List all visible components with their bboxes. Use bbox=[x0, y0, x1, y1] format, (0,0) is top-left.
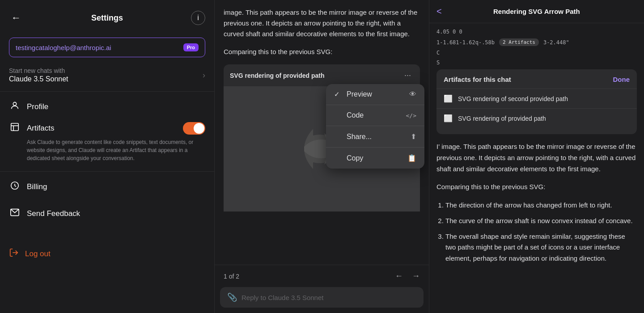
list-item-2: The curve of the arrow shaft is now conv… bbox=[445, 216, 637, 227]
pagination-arrows: ← → bbox=[395, 271, 420, 281]
right-compare-text: Comparing this to the previous SVG: bbox=[436, 182, 637, 193]
done-button[interactable]: Done bbox=[613, 76, 630, 83]
send-feedback-item[interactable]: Send Feedback bbox=[0, 200, 214, 227]
divider bbox=[0, 91, 214, 92]
settings-panel: ← Settings i testingcataloghelp@anthropi… bbox=[0, 0, 215, 313]
chat-intro-text: image. This path appears to be the mirro… bbox=[224, 7, 420, 39]
right-title: Rendering SVG Arrow Path bbox=[447, 8, 626, 15]
share-label: Share... bbox=[347, 133, 372, 141]
paperclip-icon: 📎 bbox=[227, 292, 237, 302]
divider-2 bbox=[0, 171, 214, 172]
chat-scroll: image. This path appears to be the mirro… bbox=[215, 0, 429, 265]
code-snippet-3: C bbox=[436, 50, 637, 56]
dropdown-menu: ✓ Preview 👁 Code </> Share... bbox=[326, 84, 424, 169]
billing-label: Billing bbox=[27, 182, 47, 191]
chat-panel: image. This path appears to be the mirro… bbox=[215, 0, 429, 313]
code-prefix-s: S bbox=[436, 59, 440, 66]
list-item-3: The overall shape and style remain simil… bbox=[445, 231, 637, 264]
artifact-list-item-1[interactable]: ⬜ SVG rendering of second provided path bbox=[436, 89, 637, 108]
code-label: Code bbox=[347, 111, 364, 119]
code-snippet-4: S bbox=[436, 59, 637, 66]
next-arrow-button[interactable]: → bbox=[412, 271, 420, 281]
code-snippet-1: 4.05 0 0 bbox=[436, 29, 637, 35]
dropdown-code-left: Code bbox=[334, 111, 364, 119]
dropdown-copy-left: Copy bbox=[334, 154, 363, 162]
logout-label: Log out bbox=[25, 250, 51, 258]
new-chats-label: Start new chats with bbox=[9, 67, 68, 74]
code-icon: </> bbox=[406, 112, 416, 119]
settings-header: ← Settings i bbox=[0, 4, 214, 32]
pagination-bar: 1 of 2 ← → bbox=[215, 265, 429, 287]
artifact-copy-icon-2: ⬜ bbox=[444, 114, 453, 123]
dropdown-share-left: Share... bbox=[334, 133, 372, 141]
copy-icon: 📋 bbox=[407, 154, 416, 162]
artifacts-row: Artifacts bbox=[9, 122, 205, 135]
artifacts-dropdown-header: Artifacts for this chat Done bbox=[436, 76, 637, 89]
code-line-1: 4.05 0 0 bbox=[436, 29, 462, 35]
right-panel: < Rendering SVG Arrow Path 4.05 0 0 1-1.… bbox=[429, 0, 644, 313]
dropdown-share[interactable]: Share... ⬆ bbox=[326, 126, 424, 148]
right-header: < Rendering SVG Arrow Path bbox=[429, 0, 644, 23]
preview-label: Preview bbox=[347, 90, 372, 98]
pro-badge: Pro bbox=[183, 43, 199, 51]
checkmark-icon: ✓ bbox=[334, 90, 342, 98]
billing-icon bbox=[9, 181, 21, 193]
code-prefix-c: C bbox=[436, 50, 440, 56]
chat-compare-text: Comparing this to the previous SVG: bbox=[224, 47, 420, 57]
profile-item[interactable]: Profile bbox=[0, 93, 214, 120]
three-dots-button[interactable]: ··· bbox=[402, 70, 414, 81]
code-snippet-2: 1-1.681-1.62q-.58b 2 Artifacts 3-2.448" bbox=[436, 38, 637, 46]
back-button[interactable]: ← bbox=[9, 11, 23, 25]
toggle-thumb bbox=[194, 123, 204, 134]
profile-icon bbox=[9, 101, 21, 113]
artifact-list-label-2: SVG rendering of provided path bbox=[458, 115, 546, 122]
dropdown-preview[interactable]: ✓ Preview 👁 bbox=[326, 84, 424, 105]
artifact-card-title: SVG rendering of provided path bbox=[230, 72, 325, 79]
svg-point-0 bbox=[13, 102, 16, 106]
right-list: The direction of the arrow has changed f… bbox=[436, 200, 637, 264]
artifacts-badge: 2 Artifacts bbox=[499, 38, 539, 46]
info-button[interactable]: i bbox=[191, 11, 205, 25]
send-feedback-label: Send Feedback bbox=[27, 209, 80, 218]
right-back-button[interactable]: < bbox=[436, 6, 442, 17]
artifact-list-item-2[interactable]: ⬜ SVG rendering of provided path bbox=[436, 108, 637, 128]
settings-title: Settings bbox=[91, 13, 123, 23]
new-chats-row[interactable]: Start new chats with Claude 3.5 Sonnet › bbox=[0, 61, 214, 89]
pagination-text: 1 of 2 bbox=[224, 273, 239, 280]
right-body-text: I' image. This path appears to be the mi… bbox=[436, 141, 637, 174]
logout-icon bbox=[9, 248, 19, 260]
svg-rect-1 bbox=[11, 123, 19, 131]
email-row[interactable]: testingcataloghelp@anthropic.ai Pro bbox=[9, 38, 205, 57]
new-chats-value: Claude 3.5 Sonnet bbox=[9, 75, 68, 83]
artifacts-section: Artifacts Ask Claude to generate content… bbox=[0, 120, 214, 169]
artifacts-toggle[interactable] bbox=[183, 122, 205, 135]
eye-icon: 👁 bbox=[409, 90, 416, 98]
artifacts-dropdown-panel: Artifacts for this chat Done ⬜ SVG rende… bbox=[436, 69, 637, 134]
artifacts-left: Artifacts bbox=[9, 122, 54, 135]
billing-item[interactable]: Billing bbox=[0, 173, 214, 200]
artifacts-label: Artifacts bbox=[27, 124, 54, 133]
prev-arrow-button[interactable]: ← bbox=[395, 271, 403, 281]
artifacts-icon bbox=[9, 122, 21, 135]
artifacts-dropdown-title: Artifacts for this chat bbox=[444, 76, 511, 83]
artifact-card: SVG rendering of provided path ··· ✓ Pre… bbox=[224, 64, 420, 211]
body-text: image. This path appears to be the mirro… bbox=[436, 143, 636, 173]
logout-item[interactable]: Log out bbox=[0, 241, 214, 267]
new-chats-content: Start new chats with Claude 3.5 Sonnet bbox=[9, 67, 68, 83]
reply-bar[interactable]: 📎 Reply to Claude 3.5 Sonnet bbox=[220, 287, 424, 308]
dropdown-code[interactable]: Code </> bbox=[326, 105, 424, 126]
artifact-copy-icon-1: ⬜ bbox=[444, 94, 453, 103]
send-feedback-icon bbox=[9, 207, 21, 220]
dropdown-copy[interactable]: Copy 📋 bbox=[326, 148, 424, 169]
code-line-3: 3-2.448" bbox=[543, 39, 569, 46]
code-line-2: 1-1.681-1.62q-.58b bbox=[436, 39, 495, 46]
reply-placeholder: Reply to Claude 3.5 Sonnet bbox=[242, 294, 323, 301]
profile-label: Profile bbox=[27, 102, 48, 111]
share-icon: ⬆ bbox=[411, 132, 416, 141]
artifact-header: SVG rendering of provided path ··· bbox=[224, 64, 420, 86]
copy-label: Copy bbox=[347, 154, 363, 162]
list-item-1: The direction of the arrow has changed f… bbox=[445, 200, 637, 211]
dropdown-preview-left: ✓ Preview bbox=[334, 90, 372, 98]
right-scroll: 4.05 0 0 1-1.681-1.62q-.58b 2 Artifacts … bbox=[429, 23, 644, 313]
body-intro: I' bbox=[436, 143, 440, 150]
